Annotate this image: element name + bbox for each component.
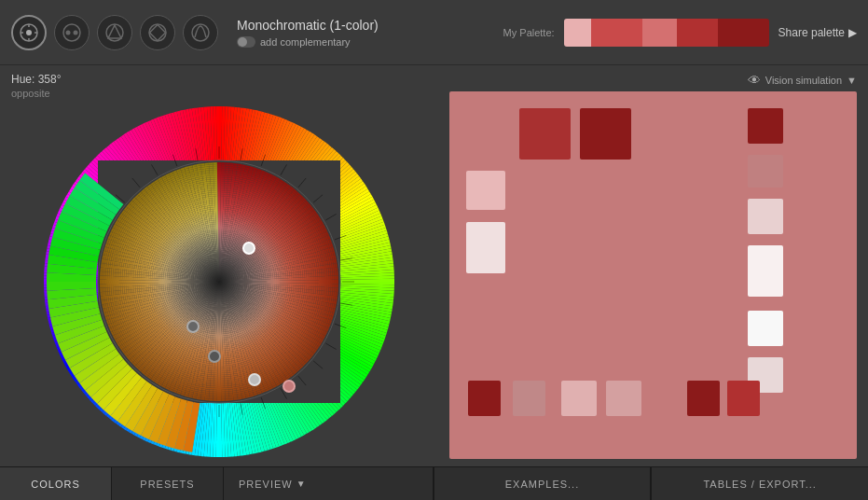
preview-square-8[interactable]: [748, 311, 783, 346]
palette-seg-2[interactable]: [591, 19, 642, 47]
palette-section: My Palette: Share palette ▶: [503, 19, 857, 47]
palette-bar[interactable]: [564, 19, 769, 47]
preview-square-12[interactable]: [561, 381, 597, 416]
tab-preview-area[interactable]: PREVIEW ▼: [224, 467, 434, 500]
preview-square-5[interactable]: [748, 199, 783, 234]
vision-simulation[interactable]: 👁 Vision simulation ▼: [449, 73, 857, 88]
color-dot-4[interactable]: [248, 373, 261, 386]
scheme-info: Monochromatic (1-color) add complementar…: [229, 18, 492, 48]
tab-presets[interactable]: PRESETS: [112, 467, 224, 500]
palette-seg-4[interactable]: [677, 19, 718, 47]
triad-icon[interactable]: [97, 15, 132, 50]
preview-square-11[interactable]: [513, 381, 545, 416]
color-dot-1[interactable]: [242, 242, 255, 255]
hue-label: Hue: 358°: [11, 73, 427, 86]
eye-icon: 👁: [748, 73, 761, 88]
preview-square-15[interactable]: [727, 381, 760, 416]
svg-marker-10: [108, 25, 121, 38]
scheme-icons: [11, 15, 218, 50]
mono-icon[interactable]: [11, 15, 47, 50]
preview-square-2[interactable]: [748, 108, 783, 144]
preview-square-13[interactable]: [606, 381, 641, 416]
add-complementary[interactable]: add complementary: [237, 36, 492, 48]
preview-square-6[interactable]: [466, 222, 505, 273]
palette-seg-5[interactable]: [718, 19, 769, 47]
color-wheel-container[interactable]: [42, 104, 396, 459]
svg-point-11: [149, 24, 166, 41]
palette-label: My Palette:: [503, 27, 555, 38]
analog-icon[interactable]: [183, 15, 218, 50]
tab-tables-export[interactable]: TABLES / EXPORT...: [651, 467, 868, 500]
svg-point-8: [74, 30, 78, 35]
top-toolbar: Monochromatic (1-color) add complementar…: [0, 0, 868, 65]
color-dot-5[interactable]: [282, 380, 296, 393]
preview-square-1[interactable]: [580, 108, 631, 160]
preview-square-10[interactable]: [468, 381, 501, 416]
tetrad-icon[interactable]: [140, 15, 175, 50]
color-dot-2[interactable]: [186, 320, 200, 333]
preview-square-14[interactable]: [687, 381, 720, 416]
palette-seg-1[interactable]: [564, 19, 591, 47]
tab-examples[interactable]: EXAMPLES...: [434, 467, 652, 500]
preview-square-4[interactable]: [466, 171, 505, 210]
preview-square-7[interactable]: [748, 245, 783, 297]
svg-point-1: [26, 30, 32, 35]
preview-square-0[interactable]: [519, 108, 571, 160]
tab-colors[interactable]: COLORS: [0, 467, 112, 500]
color-wheel-canvas[interactable]: [42, 104, 396, 459]
right-panel: 👁 Vision simulation ▼: [438, 65, 868, 466]
color-dot-3[interactable]: [208, 350, 221, 363]
palette-seg-3[interactable]: [642, 19, 677, 47]
complement-icon[interactable]: [54, 15, 90, 50]
share-palette-btn[interactable]: Share palette ▶: [778, 26, 857, 39]
main-content: Hue: 358° opposite Base RGB: Fine Tune..…: [0, 65, 868, 466]
toggle-complementary[interactable]: [237, 36, 255, 48]
svg-point-7: [66, 30, 71, 35]
left-panel: Hue: 358° opposite Base RGB: Fine Tune..…: [0, 65, 438, 466]
tabs-bottom: COLORS PRESETS PREVIEW ▼ EXAMPLES... TAB…: [0, 466, 868, 500]
opposite-label: opposite: [11, 88, 427, 99]
scheme-title: Monochromatic (1-color): [237, 18, 492, 33]
preview-grid[interactable]: [449, 91, 857, 459]
preview-square-3[interactable]: [748, 155, 783, 188]
